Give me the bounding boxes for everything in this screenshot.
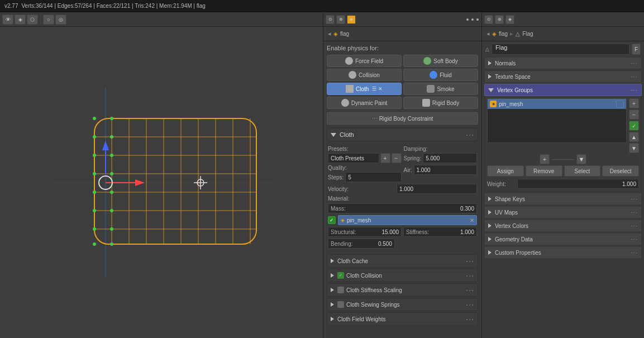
presets-dropdown[interactable]: Cloth Presets — [328, 153, 379, 163]
cloth-btn[interactable]: Cloth ☰ ✕ — [327, 83, 402, 95]
right-toolbar-icon1[interactable]: ⊙ — [484, 15, 493, 24]
vg-del-btn[interactable]: ▼ — [576, 154, 586, 164]
custom-properties-header[interactable]: Custom Properties ··· — [484, 246, 642, 259]
cloth-stiffness-icon[interactable] — [337, 287, 344, 293]
select-btn[interactable]: Select — [564, 165, 601, 177]
viewport-canvas[interactable] — [0, 27, 323, 338]
velocity-label: Velocity: — [328, 186, 395, 192]
presets-add-btn[interactable]: + — [380, 153, 390, 163]
remove-btn[interactable]: Remove — [526, 165, 562, 177]
air-value: 1.000 — [417, 167, 431, 173]
steps-field[interactable]: 5 — [345, 172, 401, 182]
mesh-menu-btn[interactable]: ⬡ — [27, 15, 38, 25]
object-name-input[interactable]: Flag — [492, 44, 629, 55]
vg-item-btn[interactable] — [616, 100, 624, 108]
view-menu-btn[interactable]: 👁 — [2, 15, 13, 25]
velocity-field[interactable]: 1.000 — [397, 184, 477, 194]
stiffness-value: 1.000 — [429, 229, 474, 235]
force-field-btn[interactable]: Force Field — [327, 55, 402, 67]
separator — [40, 15, 41, 24]
pinning-x-btn[interactable]: ✕ — [470, 217, 474, 223]
geometry-data-header[interactable]: Geometry Data ··· — [484, 233, 642, 245]
version-text: v2.77 — [4, 3, 18, 9]
geometry-data-title: Geometry Data — [495, 236, 631, 242]
flag-name-row: △ Flag F — [484, 44, 642, 55]
vg-check-btn[interactable]: ✓ — [629, 121, 639, 131]
presets-remove-btn[interactable]: − — [392, 153, 402, 163]
cloth-extra-icons: ☰ ✕ — [372, 86, 383, 92]
svg-point-29 — [110, 117, 113, 120]
cloth-sewing-icon[interactable] — [337, 301, 344, 308]
viewport[interactable]: 👁 ◈ ⬡ ○ ◎ — [0, 12, 323, 338]
vg-add-btn[interactable]: + — [629, 98, 639, 108]
soft-body-btn[interactable]: Soft Body — [403, 55, 478, 67]
deselect-btn[interactable]: Deselect — [602, 165, 639, 177]
svg-point-30 — [110, 135, 113, 139]
physics-header: ◂ ◈ flag — [323, 27, 481, 41]
svg-point-31 — [110, 154, 113, 157]
cloth-sewing-header[interactable]: Cloth Sewing Springs ··· — [327, 298, 478, 311]
cloth-section-header[interactable]: Cloth ··· — [327, 128, 478, 141]
svg-point-23 — [93, 154, 96, 157]
cloth-cache-header[interactable]: Cloth Cache ··· — [327, 255, 478, 267]
cloth-collision-icon[interactable]: ✓ — [337, 272, 344, 279]
vertex-groups-header[interactable]: Vertex Groups ··· — [484, 84, 642, 96]
texture-space-title: Texture Space — [495, 74, 631, 80]
vg-up-btn[interactable]: ▲ — [629, 132, 639, 142]
viewport-toolbar: 👁 ◈ ⬡ ○ ◎ — [0, 12, 323, 27]
pinning-checkbox[interactable] — [328, 216, 336, 224]
eye-icon: 👁 — [6, 17, 11, 22]
fluid-btn[interactable]: Fluid — [403, 69, 478, 81]
physics-toolbar-icon1[interactable]: ⊙ — [326, 15, 335, 24]
dynamic-paint-btn[interactable]: Dynamic Paint — [327, 97, 402, 109]
normals-header[interactable]: Normals ··· — [484, 57, 642, 69]
collision-btn[interactable]: Collision — [327, 69, 402, 81]
spring-field[interactable]: 5.000 — [423, 153, 477, 163]
smoke-btn[interactable]: Smoke — [403, 83, 478, 95]
material-row: Material: — [328, 196, 477, 202]
object-mode-btn[interactable]: ○ — [43, 15, 54, 25]
structural-field[interactable]: Structural: 15.000 — [328, 227, 402, 237]
pinning-field[interactable]: ◈ pin_mesh ✕ — [338, 215, 477, 225]
mass-field[interactable]: Mass: 0.300 — [328, 203, 477, 213]
select-menu-btn[interactable]: ◈ — [15, 15, 26, 25]
vertex-colors-header[interactable]: Vertex Colors ··· — [484, 220, 642, 232]
cloth-stiffness-header[interactable]: Cloth Stiffness Scaling ··· — [327, 284, 478, 296]
cloth-field-weights-section: Cloth Field Weights ··· — [327, 312, 478, 326]
vg-list[interactable]: ◈ pin_mesh — [487, 98, 627, 143]
air-field[interactable]: 1.000 — [414, 165, 478, 175]
uv-maps-arrow — [488, 210, 492, 215]
mesh-svg — [50, 88, 273, 278]
svg-point-26 — [93, 209, 96, 212]
mesh-type-icon: △ — [485, 46, 489, 52]
physics-toolbar-icon2[interactable]: ⊕ — [336, 15, 345, 24]
vg-new-btn[interactable]: + — [540, 154, 550, 164]
mass-label: Mass: — [331, 206, 346, 212]
right-toolbar-icon2[interactable]: ⊕ — [495, 15, 504, 24]
cloth-field-weights-header[interactable]: Cloth Field Weights ··· — [327, 313, 478, 325]
vg-buttons-col: + − ✓ ▲ ▼ — [629, 98, 639, 153]
texture-space-header[interactable]: Texture Space ··· — [484, 70, 642, 83]
stiffness-field[interactable]: Stiffness: 1.000 — [403, 227, 477, 237]
physics-toolbar-icon3[interactable]: ◈ — [347, 15, 356, 24]
right-toolbar-icon3[interactable]: ◈ — [505, 15, 514, 24]
vg-remove-btn[interactable]: − — [629, 110, 639, 120]
weight-field[interactable]: 1.000 — [517, 179, 639, 189]
right-back-icon[interactable]: ◂ — [486, 30, 490, 37]
steps-row: Steps: 5 — [328, 172, 402, 182]
vg-item-pinmesh[interactable]: ◈ pin_mesh — [488, 99, 626, 109]
smoke-icon — [427, 85, 435, 93]
rigid-body-btn[interactable]: Rigid Body — [403, 97, 478, 109]
uv-maps-header[interactable]: UV Maps ··· — [484, 206, 642, 218]
cloth-collision-header[interactable]: ✓ Cloth Collision ··· — [327, 269, 478, 282]
dot2 — [471, 18, 474, 21]
vg-down-btn[interactable]: ▼ — [629, 143, 639, 153]
pivot-btn[interactable]: ◎ — [55, 15, 66, 25]
assign-btn[interactable]: Assign — [487, 165, 524, 177]
bending-field[interactable]: Bending: 0.500 — [328, 239, 395, 249]
arrow-left-icon[interactable]: ◂ — [328, 30, 331, 37]
shape-keys-header[interactable]: Shape Keys ··· — [484, 193, 642, 205]
right-toolbar: ⊙ ⊕ ◈ — [482, 12, 644, 27]
rigid-body-constraint-btn[interactable]: ⋯ Rigid Body Constraint — [327, 112, 478, 125]
cloth-collision-section: ✓ Cloth Collision ··· — [327, 269, 478, 282]
